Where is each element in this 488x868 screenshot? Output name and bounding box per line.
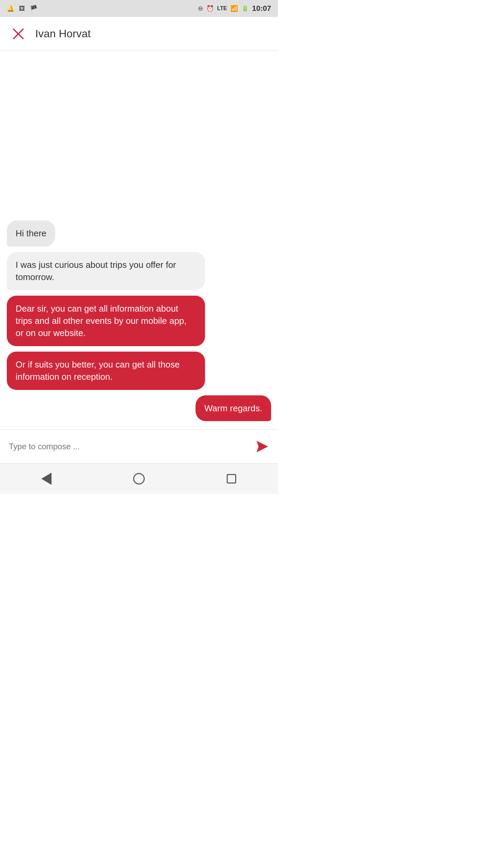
status-bar-left-icons: 🔔 🖼 🏴 xyxy=(7,5,37,12)
message-bubble: Dear sir, you can get all information ab… xyxy=(7,296,205,346)
close-icon xyxy=(12,28,24,40)
message-text: Warm regards. xyxy=(204,403,262,413)
home-button[interactable] xyxy=(125,465,152,492)
status-bar-right-icons: ⊖ ⏰ LTE 📶 🔋 10:07 xyxy=(198,4,271,13)
message-bubble: Or if suits you better, you can get all … xyxy=(7,352,205,390)
status-time: 10:07 xyxy=(252,4,271,13)
recent-button[interactable] xyxy=(218,465,245,492)
flag-icon: 🏴 xyxy=(30,5,37,12)
message-text: Hi there xyxy=(16,228,46,238)
send-icon xyxy=(255,439,269,454)
message-bubble: I was just curious about trips you offer… xyxy=(7,252,205,290)
message-bubble: Hi there xyxy=(7,220,55,246)
back-button[interactable] xyxy=(33,465,60,492)
message-text: I was just curious about trips you offer… xyxy=(16,260,176,282)
minus-circle-icon: ⊖ xyxy=(198,5,203,12)
top-bar: Ivan Horvat xyxy=(0,17,278,51)
compose-input[interactable] xyxy=(5,436,252,457)
alarm-icon: ⏰ xyxy=(206,5,214,12)
signal-icon: 📶 xyxy=(230,5,238,12)
contact-name: Ivan Horvat xyxy=(35,27,91,40)
home-icon xyxy=(133,473,145,485)
message-text: Dear sir, you can get all information ab… xyxy=(16,303,186,338)
input-bar xyxy=(0,429,278,463)
back-icon xyxy=(41,473,52,485)
notification-icon: 🔔 xyxy=(7,5,14,12)
battery-icon: 🔋 xyxy=(241,5,249,12)
lte-icon: LTE xyxy=(217,5,227,12)
nav-bar xyxy=(0,463,278,494)
send-button[interactable] xyxy=(252,436,272,457)
photo-icon: 🖼 xyxy=(19,5,25,12)
svg-marker-2 xyxy=(257,441,268,452)
message-bubble: Warm regards. xyxy=(196,395,271,421)
close-button[interactable] xyxy=(8,24,28,44)
status-bar: 🔔 🖼 🏴 ⊖ ⏰ LTE 📶 🔋 10:07 xyxy=(0,0,278,17)
chat-area: Hi there I was just curious about trips … xyxy=(0,51,278,429)
recent-icon xyxy=(227,474,236,484)
message-text: Or if suits you better, you can get all … xyxy=(16,359,180,382)
